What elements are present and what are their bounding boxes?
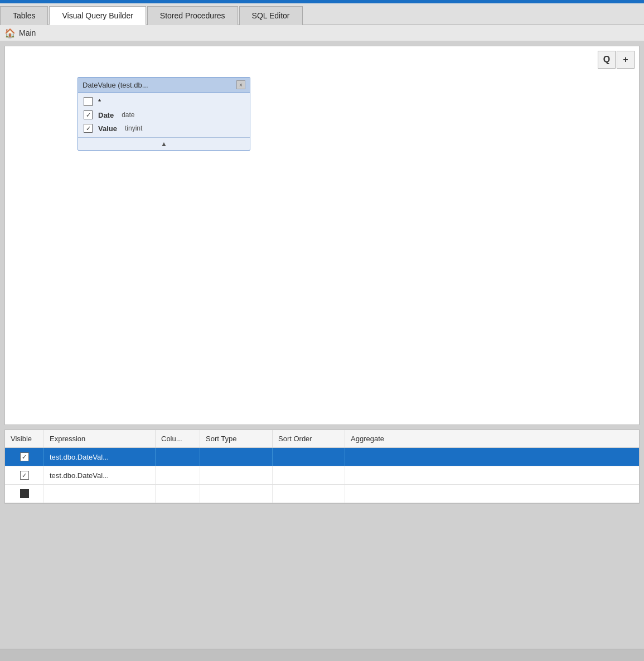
col-header-aggregate: Aggregate bbox=[345, 430, 639, 447]
table-widget-footer: ▲ bbox=[78, 137, 250, 150]
grid-row-3[interactable] bbox=[5, 485, 639, 503]
grid-row-2[interactable]: test.dbo.DateVal... bbox=[5, 466, 639, 485]
tab-sql-editor[interactable]: SQL Editor bbox=[239, 6, 303, 25]
tab-visual-query-builder[interactable]: Visual Query Builder bbox=[49, 6, 146, 25]
wildcard-checkbox[interactable] bbox=[84, 97, 93, 106]
date-col-name: Date bbox=[98, 111, 114, 119]
canvas-buttons: Q + bbox=[598, 51, 635, 69]
table-widget-header: DateValue (test.db... × bbox=[78, 78, 250, 93]
row1-aggregate-cell bbox=[345, 448, 639, 466]
row3-sort-order-cell bbox=[273, 485, 345, 503]
value-col-type: tinyint bbox=[125, 124, 142, 132]
row2-sort-order-cell bbox=[273, 466, 345, 484]
row2-aggregate-cell bbox=[345, 466, 639, 484]
grid-header-row: Visible Expression Colu... Sort Type Sor… bbox=[5, 430, 639, 448]
row1-sort-order-cell bbox=[273, 448, 345, 466]
add-button[interactable]: + bbox=[617, 51, 635, 69]
row1-visible-cell bbox=[5, 448, 44, 466]
close-widget-button[interactable]: × bbox=[236, 80, 245, 89]
row1-visible-checkbox[interactable] bbox=[20, 452, 29, 461]
widget-row-value: Value tinyint bbox=[78, 122, 250, 135]
table-widget-title: DateValue (test.db... bbox=[83, 81, 148, 89]
row2-expression-cell: test.dbo.DateVal... bbox=[44, 466, 156, 484]
row3-column-cell bbox=[156, 485, 200, 503]
row2-sort-type-cell bbox=[200, 466, 273, 484]
row2-visible-checkbox[interactable] bbox=[20, 471, 29, 480]
widget-row-wildcard: * bbox=[78, 95, 250, 108]
wildcard-col-name: * bbox=[98, 98, 101, 106]
date-col-type: date bbox=[122, 111, 134, 119]
tab-stored-procedures[interactable]: Stored Procedures bbox=[147, 6, 238, 25]
row2-visible-cell bbox=[5, 466, 44, 484]
sort-icon: ▲ bbox=[161, 140, 167, 148]
row3-visible-cell bbox=[5, 485, 44, 503]
breadcrumb-bar: 🏠 Main bbox=[0, 25, 644, 41]
row3-expression-cell bbox=[44, 485, 156, 503]
col-header-column: Colu... bbox=[156, 430, 200, 447]
widget-row-date: Date date bbox=[78, 108, 250, 122]
col-header-sort-order: Sort Order bbox=[273, 430, 345, 447]
tab-tables[interactable]: Tables bbox=[0, 6, 48, 25]
value-checkbox[interactable] bbox=[84, 124, 93, 133]
col-header-visible: Visible bbox=[5, 430, 44, 447]
col-header-sort-type: Sort Type bbox=[200, 430, 273, 447]
row1-expression-cell: test.dbo.DateVal... bbox=[44, 448, 156, 466]
row2-column-cell bbox=[156, 466, 200, 484]
tab-bar: Tables Visual Query Builder Stored Proce… bbox=[0, 3, 644, 25]
row3-aggregate-cell bbox=[345, 485, 639, 503]
row1-column-cell bbox=[156, 448, 200, 466]
table-widget-rows: * Date date Value tinyint bbox=[78, 93, 250, 137]
status-bar bbox=[0, 649, 644, 661]
date-checkbox[interactable] bbox=[84, 110, 93, 119]
breadcrumb-label: Main bbox=[19, 28, 36, 37]
query-button[interactable]: Q bbox=[598, 51, 616, 69]
row3-sort-type-cell bbox=[200, 485, 273, 503]
results-grid: Visible Expression Colu... Sort Type Sor… bbox=[4, 430, 640, 504]
row1-sort-type-cell bbox=[200, 448, 273, 466]
table-widget-datevalue: DateValue (test.db... × * Date date Valu… bbox=[78, 77, 250, 151]
col-header-expression: Expression bbox=[44, 430, 156, 447]
row3-visible-checkbox[interactable] bbox=[20, 489, 29, 498]
grid-row-1[interactable]: test.dbo.DateVal... bbox=[5, 448, 639, 466]
home-icon[interactable]: 🏠 bbox=[4, 27, 16, 38]
query-canvas: Q + DateValue (test.db... × * Date date … bbox=[4, 46, 640, 425]
value-col-name: Value bbox=[98, 124, 117, 133]
